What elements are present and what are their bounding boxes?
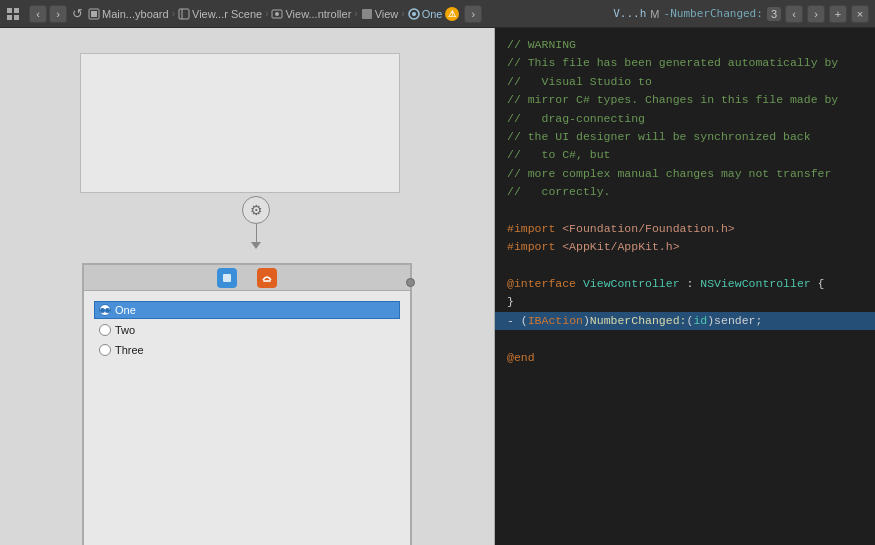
counter-value: 3 <box>771 8 777 20</box>
svg-point-12 <box>412 12 416 16</box>
radio-group: One Two Three <box>94 301 400 359</box>
code-line-4: // mirror C# types. Changes in this file… <box>507 91 863 109</box>
svg-rect-13 <box>223 274 231 282</box>
view-icon <box>361 8 373 20</box>
code-line-16: - (IBAction)NumberChanged:(id)sender; <box>495 312 875 330</box>
svg-rect-6 <box>179 9 189 19</box>
sep4: › <box>401 8 404 19</box>
svg-rect-0 <box>7 8 12 13</box>
radio-btn-three[interactable] <box>99 344 111 356</box>
svg-rect-2 <box>7 15 12 20</box>
top-bar: ‹ › ↺ Main...yboard › View...r Scene › <box>0 0 875 28</box>
prev-match-btn[interactable]: ‹ <box>785 5 803 23</box>
vc-placeholder-box <box>80 53 400 193</box>
vc-window-header <box>84 265 410 291</box>
code-line-8: // more complex manual changes may not t… <box>507 165 863 183</box>
code-line-7: // to C#, but <box>507 146 863 164</box>
storyboard-icon <box>88 8 100 20</box>
sep1: › <box>172 8 175 19</box>
code-line-9: // correctly. <box>507 183 863 201</box>
code-line-1: // WARNING <box>507 36 863 54</box>
code-panel: // WARNING // This file has been generat… <box>495 28 875 545</box>
sep2: › <box>265 8 268 19</box>
main-content: ⚙ <box>0 28 875 545</box>
code-line-14: @interface ViewController : NSViewContro… <box>507 275 863 293</box>
radio-label-two: Two <box>115 324 135 336</box>
controller-icon <box>271 8 283 20</box>
code-line-17 <box>507 330 863 348</box>
svg-rect-10 <box>362 9 372 19</box>
arrow-line <box>256 224 257 242</box>
radio-btn-two[interactable] <box>99 324 111 336</box>
vc-window: One Two Three <box>82 263 412 545</box>
segue-arrow: ⚙ <box>242 196 270 249</box>
breadcrumb-storyboard[interactable]: Main...yboard <box>88 8 169 20</box>
nav-arrows[interactable]: ‹ › <box>29 5 67 23</box>
vc-content: One Two Three <box>84 291 410 369</box>
code-line-12: #import <AppKit/AppKit.h> <box>507 238 863 256</box>
vc-canvas: One Two Three <box>0 263 494 545</box>
vc-orange-icon <box>257 268 277 288</box>
next-match-btn[interactable]: › <box>807 5 825 23</box>
svg-rect-3 <box>14 15 19 20</box>
vc-blue-icon <box>217 268 237 288</box>
warning-badge: ⚠ <box>445 7 459 21</box>
radio-item-one[interactable]: One <box>94 301 400 319</box>
code-line-15: } <box>507 293 863 311</box>
add-btn[interactable]: + <box>829 5 847 23</box>
svg-rect-14 <box>263 280 271 282</box>
breadcrumb-controller[interactable]: View...ntroller <box>271 8 351 20</box>
breadcrumb-one[interactable]: One <box>408 8 443 20</box>
breadcrumb-view[interactable]: View <box>361 8 399 20</box>
counter-badge: 3 <box>767 7 781 21</box>
scene-icon <box>178 8 190 20</box>
code-line-6: // the UI designer will be synchronized … <box>507 128 863 146</box>
code-line-11: #import <Foundation/Foundation.h> <box>507 220 863 238</box>
svg-rect-5 <box>91 11 97 17</box>
gear-icon: ⚙ <box>242 196 270 224</box>
code-line-2: // This file has been generated automati… <box>507 54 863 72</box>
cube-icon <box>221 272 233 284</box>
refresh-icon: ↺ <box>72 6 83 21</box>
breadcrumb-one-label: One <box>422 8 443 20</box>
svg-point-9 <box>275 12 279 16</box>
radio-item-three[interactable]: Three <box>94 341 400 359</box>
helmet-icon <box>261 272 273 284</box>
breadcrumb-scene[interactable]: View...r Scene <box>178 8 262 20</box>
method-label: M <box>650 8 659 20</box>
nav-forward-btn[interactable]: › <box>49 5 67 23</box>
breadcrumb-scene-label: View...r Scene <box>192 8 262 20</box>
top-bar-right: V...h M -NumberChanged: 3 ‹ › + × <box>613 5 869 23</box>
breadcrumb-controller-label: View...ntroller <box>285 8 351 20</box>
code-line-5: // drag-connecting <box>507 110 863 128</box>
radio-label-three: Three <box>115 344 144 356</box>
breadcrumb-view-label: View <box>375 8 399 20</box>
radio-item-two[interactable]: Two <box>94 321 400 339</box>
method-name: -NumberChanged: <box>664 7 763 20</box>
next-issue-btn[interactable]: › <box>464 5 482 23</box>
code-line-13 <box>507 257 863 275</box>
close-btn[interactable]: × <box>851 5 869 23</box>
connector-dot <box>406 278 415 287</box>
code-line-18: @end <box>507 349 863 367</box>
storyboard-area: ⚙ <box>0 28 494 263</box>
arrow-head <box>251 242 261 249</box>
code-line-10 <box>507 202 863 220</box>
code-line-3: // Visual Studio to <box>507 73 863 91</box>
nav-back-btn[interactable]: ‹ <box>29 5 47 23</box>
svg-rect-1 <box>14 8 19 13</box>
canvas-panel: ⚙ <box>0 28 495 545</box>
breadcrumb: ‹ › ↺ Main...yboard › View...r Scene › <box>6 5 482 23</box>
radio-label-one: One <box>115 304 136 316</box>
breadcrumb-storyboard-label: Main...yboard <box>102 8 169 20</box>
sep3: › <box>354 8 357 19</box>
grid-icon <box>6 7 20 21</box>
code-editor[interactable]: // WARNING // This file has been generat… <box>495 28 875 545</box>
radio-btn-one[interactable] <box>99 304 111 316</box>
filename-label: V...h <box>613 7 646 20</box>
item-icon <box>408 8 420 20</box>
